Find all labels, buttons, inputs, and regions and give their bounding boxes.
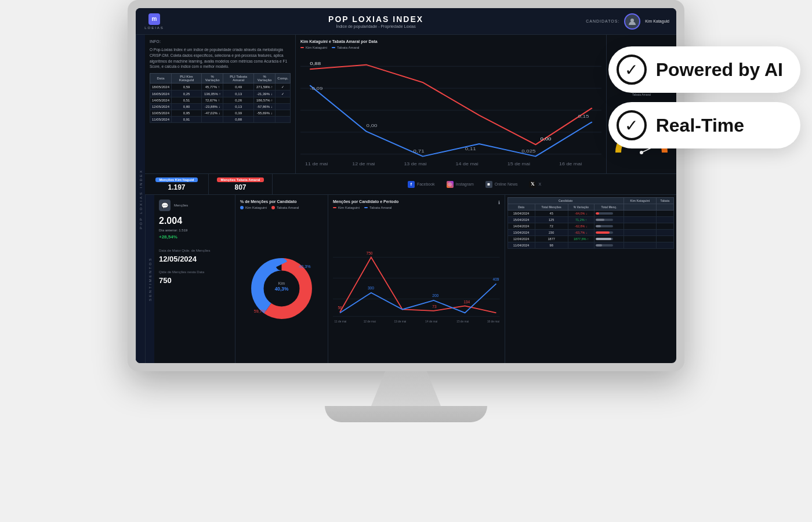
svg-text:0,15: 0,15 <box>578 114 589 119</box>
logo-area: m LOEIAS <box>143 13 166 30</box>
svg-text:59,7%: 59,7% <box>254 309 266 314</box>
monitor-body: m LOEIAS POP LOXIAS INDEX Índice de popu… <box>128 0 684 371</box>
day-before: Dia anterior: 1.519 <box>159 229 230 232</box>
vertical-label-top: POP LOXIAS INDEX <box>136 35 145 363</box>
best-qty: 750 <box>159 276 230 285</box>
svg-text:0,025: 0,025 <box>521 148 536 154</box>
sentimentos-content: 💬 Menções 2.004 Dia anterior: 1.519 +28,… <box>154 195 676 363</box>
chart-title: Kim Kataguini e Tabata Amaral por Data <box>300 39 601 44</box>
col-var-tab: % Variação <box>253 74 275 84</box>
table-row: 16/05/2024 0,25 136,05% ↑ 0,13 -21,39% ↓… <box>150 90 291 97</box>
mention-count-tabata: 807 <box>234 183 246 191</box>
svg-text:11 de mai: 11 de mai <box>305 162 328 166</box>
header: m LOEIAS POP LOXIAS INDEX Índice de popu… <box>136 8 676 35</box>
mentions-value: 2.004 <box>159 216 230 226</box>
social-tab-instagram[interactable]: ◎ Instagram <box>447 181 474 188</box>
social-tab-x[interactable]: 𝕏 X <box>529 181 541 188</box>
sentimentos-section: SENTIMENTOS 💬 Menções <box>145 195 676 363</box>
svg-text:0,88: 0,88 <box>310 61 321 66</box>
news-icon: ■ <box>485 181 492 188</box>
svg-text:13 de mai: 13 de mai <box>404 162 426 166</box>
svg-text:16 de mai: 16 de mai <box>559 162 582 166</box>
table-row: 14/05/2024 0,51 72,67% ↑ 0,26 186,57% ↑ <box>150 97 291 104</box>
svg-text:56: 56 <box>338 306 342 310</box>
svg-text:40,3%: 40,3% <box>299 264 311 269</box>
svg-text:16 de mai: 16 de mai <box>487 320 499 323</box>
svg-text:13 de mai: 13 de mai <box>394 320 406 323</box>
col-comp: Comp. <box>276 74 291 84</box>
table-row: 11/04/2024 98 <box>507 242 674 249</box>
candidate-name: Kim Kataguld <box>645 19 669 23</box>
sentimentos-label: SENTIMENTOS <box>145 195 154 363</box>
best-qty-label: Qtde de Menções nesta Data <box>159 270 230 274</box>
svg-text:0,71: 0,71 <box>414 148 425 154</box>
powered-by-ai-text: Powered by AI <box>656 59 783 81</box>
line-chart-panel: Kim Kataguini e Tabata Amaral por Data K… <box>296 35 607 173</box>
donut-svg: Kim 40,3% 59,7% 40,3% <box>240 212 323 358</box>
table-row: 11/05/2024 0,91 0,88 <box>150 117 291 123</box>
floating-badges: ✓ Powered by AI ✓ Real-Time <box>608 46 800 148</box>
svg-text:Kim: Kim <box>278 282 285 286</box>
svg-text:0,00: 0,00 <box>541 136 552 142</box>
content-area: INFO: O Pop-Loxias Index é um índice de … <box>145 35 676 363</box>
svg-text:-0,09: -0,09 <box>310 86 322 91</box>
real-time-text: Real-Time <box>656 115 744 136</box>
table-row: 13/04/2024 230 -63,7% ↓ <box>507 230 674 236</box>
info-label: INFO: <box>150 39 291 44</box>
col-pli-tab: PLI Tabata Amaral <box>223 74 254 84</box>
mentions-chart-legend: Kim Kataguini Tabata Amaral <box>333 206 500 209</box>
legend-kim: Kim Kataguini <box>300 46 327 49</box>
svg-text:73: 73 <box>432 304 437 309</box>
legend-tabata: Tabata Amaral <box>332 46 359 49</box>
table-row: 10/05/2024 0,95 -47,02% ↓ 0,39 -55,69% ↓ <box>150 110 291 117</box>
candidates-label: CANDIDATOS: <box>586 19 619 23</box>
svg-text:12 de mai: 12 de mai <box>352 162 375 166</box>
svg-text:134: 134 <box>463 300 470 304</box>
table-row: 18/04/2024 45 -64,0% ↓ <box>507 211 674 217</box>
table-row: 14/04/2024 72 -62,8% ↓ <box>507 223 674 230</box>
svg-text:300: 300 <box>368 286 374 290</box>
real-time-badge: ✓ Real-Time <box>608 102 800 148</box>
svg-text:15 de mai: 15 de mai <box>507 162 530 166</box>
social-tab-facebook[interactable]: f Facebook <box>408 181 435 188</box>
candidate-avatar <box>624 13 640 30</box>
sentiment-stats: 💬 Menções 2.004 Dia anterior: 1.519 +28,… <box>154 195 235 363</box>
powered-by-ai-check-icon: ✓ <box>617 55 647 85</box>
sub-title: Índice de popularidade - Propriedade Lox… <box>173 24 579 28</box>
mentions-chart-title: Menções por Candidato e Período <box>333 200 398 204</box>
day-change: +28,54% <box>159 234 230 240</box>
info-text: O Pop-Loxias Index é um índice de popula… <box>150 47 291 70</box>
mention-count-kim: 1.197 <box>168 183 185 191</box>
svg-text:12 de mai: 12 de mai <box>364 320 376 323</box>
svg-text:750: 750 <box>367 251 373 255</box>
table-row: 12/05/2024 0,80 -23,88% ↓ 0,13 -57,86% ↓ <box>150 104 291 110</box>
logo-brand: LOEIAS <box>144 26 164 30</box>
donut-title: % de Menções por Candidato <box>240 200 323 204</box>
mention-tag-kim: Menções Kim Itaguid <box>155 177 197 182</box>
mentions-line-panel: Menções por Candidato e Período ℹ Kim Ka… <box>328 195 505 363</box>
svg-point-29 <box>640 151 643 154</box>
svg-text:14 de mai: 14 de mai <box>456 162 478 166</box>
table-row: 15/04/2024 125 71,2% ↑ <box>507 217 674 223</box>
svg-text:0,11: 0,11 <box>465 146 476 151</box>
svg-text:15 de mai: 15 de mai <box>456 320 469 323</box>
svg-text:0,00: 0,00 <box>367 123 378 128</box>
facebook-icon: f <box>408 181 415 188</box>
mentions-table: Candidato Kim Kataguini Tabata Data Tota… <box>507 197 675 249</box>
svg-text:409: 409 <box>493 277 499 281</box>
mentions-bar: Menções Kim Itaguid 1.197 Menções Tabata… <box>145 174 676 195</box>
mentions-icon: 💬 <box>159 200 171 211</box>
data-table: Data PLI Kim Kataguld % Variação PLI Tab… <box>150 73 291 123</box>
best-date: 12/05/2024 <box>159 255 230 263</box>
col-date: Data <box>150 74 172 84</box>
svg-text:200: 200 <box>432 293 438 298</box>
svg-text:💬: 💬 <box>161 202 169 209</box>
donut-legend: Kim Kataguini Tabata Amaral <box>240 206 323 209</box>
chart-legend: Kim Kataguini Tabata Amaral <box>300 46 601 49</box>
instagram-icon: ◎ <box>447 181 454 188</box>
real-time-check-icon: ✓ <box>617 110 647 140</box>
monitor-stand-neck <box>371 371 441 406</box>
title-area: POP LOXIAS INDEX Índice de popularidade … <box>173 14 579 28</box>
social-tab-news[interactable]: ■ Online News <box>485 181 518 188</box>
mention-card-kim: Menções Kim Itaguid 1.197 <box>145 174 209 194</box>
